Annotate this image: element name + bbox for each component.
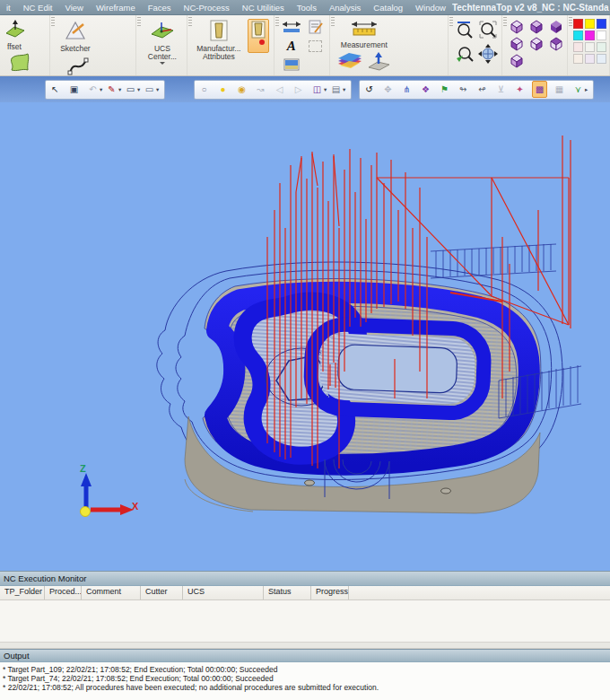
gouge-check-icon[interactable]: ✦ — [513, 82, 527, 97]
drag-handle[interactable] — [275, 17, 279, 28]
sim-active-icon[interactable]: ▩ — [532, 81, 547, 98]
pick-undo-icon[interactable]: ↶ — [86, 82, 100, 97]
show-tool-icon[interactable]: ⋎ — [571, 82, 585, 97]
sketcher-button[interactable]: Sketcher — [56, 17, 95, 53]
ucs-dropdown-caret[interactable] — [160, 62, 165, 65]
nc-monitor-column-header[interactable]: Progress — [311, 586, 349, 599]
menu-item[interactable]: Analysis — [323, 3, 367, 13]
drag-handle[interactable] — [51, 17, 55, 28]
view-front-button[interactable] — [508, 36, 527, 53]
tool-axis-icon[interactable]: ⋔ — [400, 82, 414, 97]
fly-icon[interactable]: ↝ — [254, 82, 267, 97]
zoom-window-button[interactable] — [477, 18, 500, 41]
menu-item[interactable]: Faces — [142, 3, 178, 13]
color-swatch[interactable] — [597, 19, 606, 29]
light-off-icon[interactable]: ○ — [197, 82, 211, 97]
color-swatch[interactable] — [573, 42, 583, 52]
wavy-surface-icon[interactable] — [8, 53, 31, 76]
menu-item[interactable]: NC Edit — [17, 3, 59, 13]
color-swatch[interactable] — [585, 42, 595, 52]
color-swatch[interactable] — [573, 19, 583, 29]
text-button[interactable]: A — [280, 37, 303, 55]
panel-divider[interactable] — [0, 643, 610, 649]
menu-item[interactable]: NC Utilities — [236, 3, 291, 13]
color-swatch[interactable] — [585, 19, 595, 29]
zoom-selected-button[interactable] — [454, 42, 476, 66]
drag-handle[interactable] — [188, 17, 192, 28]
image-button[interactable] — [280, 56, 303, 74]
menu-item[interactable]: Catalog — [367, 3, 409, 13]
dimension-button[interactable] — [280, 18, 303, 36]
composite-curve-button[interactable]: Composite Curve — [56, 53, 100, 76]
menu-item[interactable]: NC-Process — [178, 3, 236, 13]
nc-monitor-column-header[interactable]: Comment — [82, 586, 141, 599]
nc-monitor-column-header[interactable]: Proced... — [45, 586, 82, 599]
nc-monitor-table-body[interactable] — [0, 600, 610, 643]
view-top-button[interactable] — [547, 36, 567, 53]
viewport-3d[interactable]: Z X — [0, 102, 610, 571]
ucs-center-button[interactable]: UCS Center... — [142, 17, 183, 65]
nc-monitor-column-header[interactable]: TP_Folder — [0, 586, 45, 599]
measurement-button[interactable]: Measurement — [336, 17, 393, 49]
edit-note-button[interactable] — [304, 18, 327, 36]
drag-handle[interactable] — [137, 17, 141, 28]
menu-item[interactable]: Tools — [291, 3, 323, 13]
simulate-icon[interactable]: ❖ — [419, 82, 432, 97]
dropdown-caret[interactable]: ▾ — [343, 82, 348, 97]
pick-region-icon[interactable]: ▭ — [143, 82, 156, 97]
view-side-button[interactable] — [527, 36, 547, 53]
light-on-icon[interactable]: ● — [216, 82, 230, 97]
nc-monitor-column-header[interactable]: UCS — [183, 586, 264, 599]
lights-pair-icon[interactable]: ◉ — [235, 82, 248, 97]
color-swatch[interactable] — [585, 31, 595, 40]
color-swatch[interactable] — [585, 54, 595, 64]
manufacturing-attributes-button[interactable]: Manufactur... Attributes — [193, 17, 245, 61]
view-iso-wire-button[interactable] — [508, 19, 527, 36]
prev-view-icon[interactable]: ◁ — [273, 82, 286, 97]
pick-filter-icon[interactable]: ✎ — [105, 82, 118, 97]
zoom-fit-button[interactable] — [454, 18, 476, 41]
nc-monitor-titlebar[interactable]: NC Execution Monitor — [0, 571, 610, 586]
toolpath-show-icon[interactable]: ⚑ — [438, 82, 451, 97]
color-swatch[interactable] — [597, 42, 606, 52]
view-back-button[interactable] — [508, 53, 527, 70]
dropdown-caret[interactable]: ▾ — [156, 82, 161, 97]
loop-forward-icon[interactable]: ↬ — [457, 82, 470, 97]
ghost-tool-icon[interactable]: ⊻ — [494, 82, 508, 97]
rotate-alt-icon[interactable]: ✥ — [381, 82, 395, 97]
window-title: TechtennaTop v2 v8_NC : NC-Standa — [452, 3, 610, 13]
menu-item[interactable]: View — [58, 3, 89, 13]
view-solid-button[interactable] — [547, 19, 567, 36]
pick-inbox-icon[interactable]: ▣ — [67, 82, 81, 97]
rotate-view-icon[interactable]: ↺ — [362, 82, 376, 97]
pan-button[interactable] — [477, 42, 500, 66]
color-swatch[interactable] — [573, 31, 583, 40]
display-cube-icon[interactable]: ◫ — [310, 82, 324, 97]
pick-reject-icon[interactable]: ↖ — [48, 82, 62, 97]
drag-handle[interactable] — [449, 17, 453, 28]
pick-window-icon[interactable]: ▭ — [124, 82, 137, 97]
menu-item[interactable]: it — [0, 3, 17, 13]
output-titlebar[interactable]: Output — [0, 649, 610, 662]
drag-handle[interactable] — [331, 17, 335, 28]
dropdown-caret[interactable]: ▸ — [585, 82, 590, 97]
view-iso-shade-button[interactable] — [527, 19, 547, 36]
nc-monitor-column-header[interactable]: Cutter — [141, 586, 183, 599]
copy-view-icon[interactable]: ▦ — [553, 82, 566, 97]
color-swatch[interactable] — [573, 54, 583, 64]
attribute-tool-active-button[interactable] — [248, 19, 269, 53]
loop-back-icon[interactable]: ↫ — [475, 82, 489, 97]
render-mode-icon[interactable]: ▤ — [329, 82, 343, 97]
offset-button[interactable]: ffset — [5, 17, 23, 51]
ghost-frame-button[interactable] — [304, 37, 327, 55]
drag-handle[interactable] — [569, 17, 572, 28]
menu-item[interactable]: Window — [409, 3, 452, 13]
nc-monitor-column-header[interactable]: Status — [264, 586, 311, 599]
menu-item[interactable]: Wireframe — [90, 3, 142, 13]
next-view-icon[interactable]: ▷ — [292, 82, 305, 97]
color-swatch[interactable] — [597, 31, 606, 40]
drag-handle[interactable] — [503, 17, 507, 28]
surface-layers-icon[interactable] — [336, 51, 363, 76]
stamp-direction-icon[interactable] — [366, 51, 391, 76]
color-swatch[interactable] — [597, 54, 606, 64]
